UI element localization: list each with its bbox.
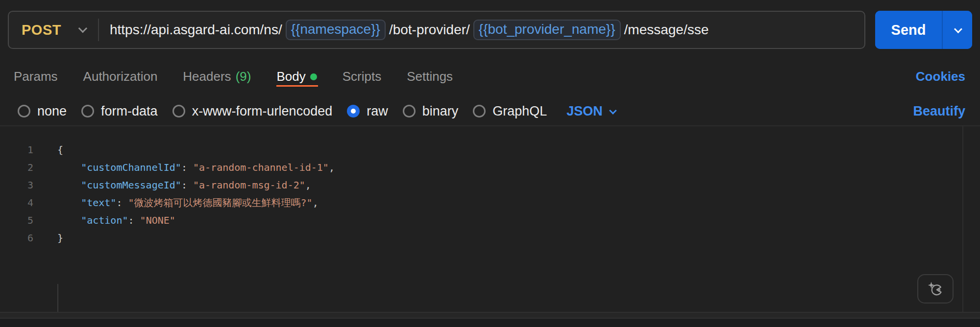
code-line: 5 "action": "NONE" [10,211,980,229]
line-number: 6 [10,229,33,247]
tab-headers[interactable]: Headers (9) [183,67,251,86]
line-number: 1 [10,141,33,159]
radio-icon [473,105,486,117]
line-number: 5 [10,211,33,229]
radio-icon [403,105,416,117]
response-pane-handle[interactable] [0,313,980,318]
line-number: 2 [10,159,33,176]
radio-label: GraphQL [492,104,547,119]
tab-label: Body [276,67,305,86]
url-segment: /bot-provider/ [389,22,470,38]
code-line: 1 { [10,141,980,159]
url-segment: https://api.asgard-ai.com/ns/ [110,22,282,38]
chevron-down-icon [954,25,962,33]
tab-label: Params [14,67,58,86]
radio-form-data[interactable]: form-data [81,104,158,119]
postbot-button[interactable] [917,274,954,304]
code-line: 6 } [10,229,980,247]
tab-label: Authorization [83,67,158,86]
chevron-down-icon [609,107,617,115]
radio-selected-icon [347,105,360,117]
radio-label: form-data [101,104,158,119]
request-bar: POST https://api.asgard-ai.com/ns/ {{nam… [8,11,972,49]
radio-label: none [37,104,67,119]
request-tabs: Params Authorization Headers (9) Body Sc… [14,67,965,86]
url-field[interactable]: https://api.asgard-ai.com/ns/ {{namespac… [110,20,709,40]
editor-scroll-gutter-border [962,125,963,312]
tab-params[interactable]: Params [14,67,58,86]
send-button-group: Send [875,11,972,49]
radio-binary[interactable]: binary [403,104,459,119]
radio-raw[interactable]: raw [347,104,388,119]
code-line: 3 "customMessageId": "a-random-msg-id-2"… [10,176,980,194]
language-selector[interactable]: JSON [566,104,615,119]
chevron-down-icon[interactable] [78,23,87,32]
url-variable-bot-provider-name[interactable]: {{bot_provider_name}} [473,20,621,40]
radio-icon [18,105,30,117]
beautify-link[interactable]: Beautify [913,104,965,119]
postbot-sparkle-icon [926,280,945,297]
radio-label: x-www-form-urlencoded [192,104,333,119]
line-number: 3 [10,176,33,194]
send-options-button[interactable] [943,11,972,49]
cookies-link[interactable]: Cookies [916,69,965,84]
send-button[interactable]: Send [875,11,942,49]
url-input[interactable]: POST https://api.asgard-ai.com/ns/ {{nam… [8,11,865,49]
tab-label: Headers [183,67,231,86]
tab-scripts[interactable]: Scripts [343,67,381,86]
unsaved-changes-dot [310,73,317,80]
body-type-options: none form-data x-www-form-urlencoded raw… [18,97,965,125]
tab-settings[interactable]: Settings [407,67,453,86]
radio-graphql[interactable]: GraphQL [473,104,547,119]
code-line: 2 "customChannelId": "a-random-channel-i… [10,159,980,176]
line-number: 4 [10,194,33,211]
method-selector[interactable]: POST [9,22,66,38]
body-code-editor[interactable]: 1 { 2 "customChannelId": "a-random-chann… [0,125,980,312]
language-label: JSON [566,104,603,119]
radio-icon [81,105,94,117]
bottom-bar [0,319,980,327]
radio-icon [172,105,185,117]
tab-label: Scripts [343,67,381,86]
radio-label: binary [422,104,459,119]
tab-label: Settings [407,67,453,86]
radio-label: raw [367,104,388,119]
divider [98,19,99,41]
tab-authorization[interactable]: Authorization [83,67,158,86]
code-line: 4 "text": "微波烤箱可以烤德國豬腳或生鮮料理嗎?", [10,194,980,211]
radio-x-www-form-urlencoded[interactable]: x-www-form-urlencoded [172,104,333,119]
url-variable-namespace[interactable]: {{namespace}} [286,20,386,40]
url-segment: /message/sse [624,22,709,38]
radio-none[interactable]: none [18,104,67,119]
code-lines: 1 { 2 "customChannelId": "a-random-chann… [10,141,980,247]
headers-count-badge: (9) [236,67,251,86]
tab-body[interactable]: Body [276,67,317,86]
